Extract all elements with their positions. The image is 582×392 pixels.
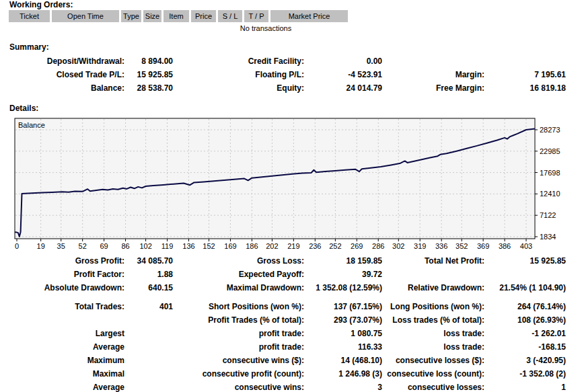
x-tick-label: 236 <box>309 242 321 250</box>
x-tick-label: 152 <box>203 242 215 250</box>
stat-label: Gross Loss: <box>176 256 304 266</box>
stat-value: 34 085.70 <box>126 256 173 266</box>
x-tick-label: 369 <box>477 242 489 250</box>
stat-value: 401 <box>126 302 173 312</box>
stat-value: 1 080.75 <box>305 329 382 339</box>
x-tick-label: 352 <box>456 242 468 250</box>
x-tick-label: 202 <box>266 242 278 250</box>
x-tick-label: 102 <box>139 242 151 250</box>
stat-value: 18 159.85 <box>305 256 382 266</box>
stat-label: consecutive profit (count): <box>176 369 304 379</box>
stat-value: 1 <box>486 383 566 392</box>
summary-label: Closed Trade P/L: <box>3 70 124 80</box>
summary-label: Margin: <box>385 70 484 80</box>
no-transactions-message: No transactions <box>222 24 310 32</box>
orders-column-header: Item <box>163 10 189 22</box>
summary-value: 8 894.00 <box>126 56 173 67</box>
x-tick-label: 19 <box>37 242 45 250</box>
stat-label: consecutive losses: <box>385 383 484 392</box>
stat-value: 39.72 <box>305 270 382 280</box>
stat-label: Maximal Drawdown: <box>176 283 304 293</box>
x-tick-label: 336 <box>435 242 447 250</box>
x-tick-label: 169 <box>224 242 236 250</box>
stat-label: Short Positions (won %): <box>176 302 304 312</box>
stat-label: loss trade: <box>385 329 484 339</box>
orders-column-header: Ticket <box>9 10 50 22</box>
stat-label: consecutive loss (count): <box>385 369 484 379</box>
x-tick-label: 119 <box>161 242 174 250</box>
stat-value: 293 (73.07%) <box>305 315 382 325</box>
stat-label: Largest <box>3 329 124 339</box>
x-tick-label: 286 <box>372 242 384 250</box>
stat-label: consecutive wins ($): <box>176 356 304 366</box>
details-heading: Details: <box>9 104 38 113</box>
orders-column-header: Open Time <box>52 10 119 22</box>
orders-column-header: Market Price <box>270 10 348 22</box>
summary-value: 0.00 <box>305 56 382 67</box>
stat-value: 640.15 <box>126 283 173 293</box>
x-tick-label: 302 <box>392 242 404 250</box>
stat-value: 1 352.08 (12.59%) <box>305 283 382 293</box>
stat-value: 15 925.85 <box>486 256 566 266</box>
summary-value: 15 925.85 <box>126 70 173 80</box>
x-tick-label: 319 <box>414 242 426 250</box>
orders-column-header: T / P <box>244 10 268 22</box>
stat-value: -168.15 <box>486 342 566 352</box>
orders-column-header: S / L <box>218 10 242 22</box>
summary-label: Free Margin: <box>385 83 484 93</box>
x-tick-label: 52 <box>79 242 87 250</box>
stat-label: profit trade: <box>176 329 304 339</box>
summary-label: Balance: <box>3 83 124 93</box>
mt4-statement-report: Working Orders: TicketOpen TimeTypeSizeI… <box>0 0 582 392</box>
balance-chart: 1834712212410176982298528273019355269861… <box>0 113 582 256</box>
x-tick-label: 386 <box>499 242 511 250</box>
stat-value: 137 (67.15%) <box>305 302 382 312</box>
x-tick-label: 403 <box>520 242 532 250</box>
stat-value: 264 (76.14%) <box>486 302 566 312</box>
stat-label: Gross Profit: <box>3 256 124 266</box>
stat-label: Expected Payoff: <box>176 270 304 280</box>
summary-label: Floating P/L: <box>176 70 304 80</box>
stat-label: Long Positions (won %): <box>385 302 484 312</box>
y-tick-label: 22985 <box>540 147 560 155</box>
stat-label: Loss trades (% of total): <box>385 315 484 325</box>
stat-label: Total Net Profit: <box>385 256 484 266</box>
stat-label: Average <box>3 342 124 352</box>
summary-label: Equity: <box>176 83 304 93</box>
stat-label: Average <box>3 383 124 392</box>
summary-heading: Summary: <box>9 42 49 52</box>
orders-column-header: Type <box>121 10 141 22</box>
stat-label: loss trade: <box>385 342 484 352</box>
orders-column-header: Size <box>143 10 161 22</box>
chart-plot-area <box>15 118 535 239</box>
working-orders-heading: Working Orders: <box>9 0 73 9</box>
x-tick-label: 69 <box>100 242 108 250</box>
stat-label: Maximum <box>3 356 124 366</box>
x-tick-label: 252 <box>329 242 341 250</box>
summary-label: Deposit/Withdrawal: <box>3 56 124 67</box>
y-tick-label: 17698 <box>540 169 560 177</box>
summary-label: Credit Facility: <box>176 56 304 67</box>
x-tick-label: 86 <box>121 242 129 250</box>
x-tick-label: 136 <box>182 242 194 250</box>
stat-label: consecutive losses ($): <box>385 356 484 366</box>
x-tick-label: 269 <box>351 242 363 250</box>
stat-value: 1.88 <box>126 270 173 280</box>
stat-label: Maximal <box>3 369 124 379</box>
orders-column-header: Price <box>191 10 216 22</box>
stat-value: 116.33 <box>305 342 382 352</box>
x-tick-label: 186 <box>246 242 258 250</box>
summary-value: 7 195.61 <box>486 70 566 80</box>
stat-label: Profit Factor: <box>3 270 124 280</box>
x-tick-label: 0 <box>15 242 19 250</box>
x-tick-label: 219 <box>287 242 299 250</box>
stat-label: Absolute Drawdown: <box>3 283 124 293</box>
stat-value: 1 246.98 (3) <box>305 369 382 379</box>
summary-value: -4 523.91 <box>305 70 382 80</box>
stat-label: Profit Trades (% of total): <box>176 315 304 325</box>
stat-value: 14 (468.10) <box>305 356 382 366</box>
stat-label: Total Trades: <box>3 302 124 312</box>
stat-value: 21.54% (1 104.90) <box>486 283 566 293</box>
stat-value: 3 (-420.95) <box>486 356 566 366</box>
stat-value: 108 (26.93%) <box>486 315 566 325</box>
